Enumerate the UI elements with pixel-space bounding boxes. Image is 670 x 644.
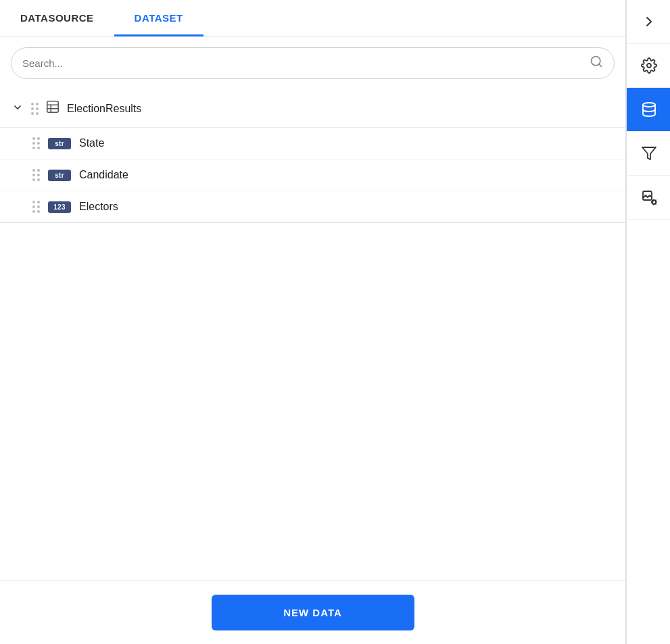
bottom-section: NEW DATA (0, 580, 625, 644)
field-row-state: str State (0, 128, 625, 159)
field-name-electors: Electors (79, 201, 118, 213)
field-drag-handle-state[interactable] (32, 137, 40, 149)
tab-bar: DATASOURCE DATASET (0, 0, 625, 36)
field-row-electors: 123 Electors (0, 191, 625, 223)
search-input[interactable] (22, 57, 590, 69)
svg-rect-2 (47, 101, 59, 113)
expand-collapse-icon[interactable] (11, 102, 24, 115)
svg-point-7 (643, 103, 655, 107)
field-type-badge-electors: 123 (48, 201, 71, 213)
tab-datasource[interactable]: DATASOURCE (0, 0, 114, 36)
field-name-state: State (79, 137, 104, 149)
filter-icon (641, 145, 657, 162)
right-sidebar (626, 0, 670, 644)
sidebar-item-filter[interactable] (627, 132, 670, 176)
table-header-row: ElectionResults (0, 90, 625, 128)
table-icon (45, 99, 60, 118)
database-icon (641, 101, 657, 118)
field-row-candidate: str Candidate (0, 159, 625, 191)
table-name: ElectionResults (67, 103, 141, 115)
dataset-content: ElectionResults str State str (0, 90, 625, 580)
svg-point-6 (647, 64, 651, 68)
field-drag-handle-electors[interactable] (32, 201, 40, 213)
main-panel: DATASOURCE DATASET (0, 0, 626, 644)
svg-marker-8 (642, 147, 656, 159)
sidebar-item-database[interactable] (627, 88, 670, 132)
field-type-badge-candidate: str (48, 170, 71, 181)
field-name-candidate: Candidate (79, 169, 128, 181)
sidebar-item-image-settings[interactable] (627, 176, 670, 220)
tab-dataset[interactable]: DATASET (114, 0, 204, 36)
svg-line-1 (599, 64, 602, 67)
field-drag-handle-candidate[interactable] (32, 169, 40, 181)
field-type-badge-state: str (48, 138, 71, 149)
table-group: ElectionResults str State str (0, 90, 625, 223)
search-wrapper (11, 47, 615, 79)
sidebar-item-expand[interactable] (627, 0, 670, 44)
image-gear-icon (641, 189, 657, 205)
gear-icon (641, 57, 657, 74)
search-icon (590, 55, 603, 72)
table-drag-handle[interactable] (31, 103, 39, 115)
search-bar (0, 36, 625, 90)
sidebar-item-settings[interactable] (627, 44, 670, 88)
new-data-button[interactable]: NEW DATA (212, 595, 414, 630)
chevron-right-icon (641, 14, 657, 30)
